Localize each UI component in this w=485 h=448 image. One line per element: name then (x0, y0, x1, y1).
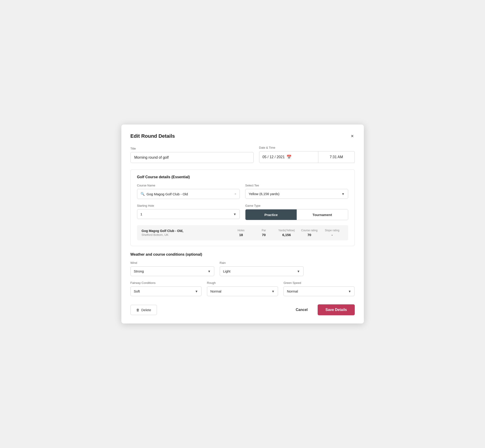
holes-label: Holes (237, 229, 244, 232)
fairway-group: Fairway Conditions Soft ▼ (130, 281, 202, 296)
starting-hole-group: Starting Hole 1 ▼ (137, 204, 240, 220)
clear-icon[interactable]: × (234, 192, 236, 196)
chevron-down-icon: ▼ (195, 289, 198, 293)
course-info-location: Shelford Bottom, UK (142, 233, 230, 237)
delete-label: Delete (141, 308, 151, 312)
holes-value: 18 (239, 233, 243, 237)
wind-value: Strong (134, 269, 208, 273)
rain-group: Rain Light ▼ (220, 261, 304, 276)
select-tee-group: Select Tee Yellow (6,156 yards) ▼ (245, 184, 348, 199)
yards-value: 6,156 (282, 233, 291, 237)
wind-group: Wind Strong ▼ (130, 261, 214, 276)
course-tee-row: Course Name 🔍 Gog Magog Golf Club - Old … (137, 184, 348, 199)
weather-title: Weather and course conditions (optional) (130, 252, 355, 256)
practice-button[interactable]: Practice (245, 209, 297, 220)
rough-label: Rough (207, 281, 278, 285)
green-speed-group: Green Speed Normal ▼ (283, 281, 355, 296)
chevron-down-icon: ▼ (271, 289, 275, 293)
modal-footer: 🗑 Delete Cancel Save Details (130, 302, 355, 315)
title-label: Title (130, 147, 254, 150)
title-field-group: Title (130, 147, 254, 163)
slope-rating-stat: Slope rating - (321, 229, 344, 237)
weather-section: Weather and course conditions (optional)… (130, 252, 355, 296)
starting-hole-value: 1 (140, 212, 233, 216)
starting-hole-label: Starting Hole (137, 204, 240, 207)
course-name-value: Gog Magog Golf Club - Old (147, 192, 233, 196)
course-name-label: Course Name (137, 184, 240, 187)
rain-value: Light (223, 269, 297, 273)
select-tee-dropdown[interactable]: Yellow (6,156 yards) ▼ (245, 189, 348, 199)
tournament-button[interactable]: Tournament (297, 209, 348, 220)
golf-section-title: Golf Course details (Essential) (137, 175, 348, 179)
chevron-down-icon: ▼ (348, 289, 351, 293)
fairway-dropdown[interactable]: Soft ▼ (130, 286, 202, 296)
yards-label: Yards(Yellow) (278, 229, 295, 232)
course-rating-value: 70 (307, 233, 311, 237)
rough-group: Rough Normal ▼ (207, 281, 278, 296)
holes-stat: Holes 18 (230, 229, 252, 237)
starting-hole-dropdown[interactable]: 1 ▼ (137, 209, 240, 219)
green-speed-dropdown[interactable]: Normal ▼ (283, 286, 355, 296)
title-input[interactable] (130, 152, 254, 163)
calendar-icon: 📅 (286, 155, 291, 160)
slope-rating-value: - (331, 233, 333, 237)
wind-rain-row: Wind Strong ▼ Rain Light ▼ (130, 261, 304, 276)
datetime-fields: 05 / 12 / 2021 📅 7:31 AM (259, 151, 355, 163)
green-speed-value: Normal (287, 289, 348, 293)
par-value: 70 (262, 233, 266, 237)
rough-value: Normal (210, 289, 271, 293)
date-value: 05 / 12 / 2021 (263, 155, 285, 159)
time-value: 7:31 AM (330, 155, 343, 159)
chevron-down-icon: ▼ (208, 270, 211, 273)
course-name-group: Course Name 🔍 Gog Magog Golf Club - Old … (137, 184, 240, 199)
rain-dropdown[interactable]: Light ▼ (220, 266, 304, 276)
save-button[interactable]: Save Details (318, 304, 355, 315)
datetime-label: Date & Time (259, 146, 355, 149)
select-tee-value: Yellow (6,156 yards) (249, 192, 341, 196)
hole-gametype-row: Starting Hole 1 ▼ Game Type Practice Tou… (137, 204, 348, 220)
course-info-name-text: Gog Magog Golf Club - Old, (142, 229, 230, 233)
date-input[interactable]: 05 / 12 / 2021 📅 (259, 151, 318, 163)
course-info-name: Gog Magog Golf Club - Old, Shelford Bott… (142, 229, 230, 237)
game-type-group: Game Type Practice Tournament (245, 204, 348, 220)
edit-round-modal: Edit Round Details × Title Date & Time 0… (121, 125, 364, 323)
modal-title: Edit Round Details (130, 133, 175, 139)
par-label: Par (262, 229, 266, 232)
chevron-down-icon: ▼ (297, 270, 300, 273)
delete-button[interactable]: 🗑 Delete (130, 305, 157, 315)
game-type-toggle: Practice Tournament (245, 209, 348, 220)
time-input[interactable]: 7:31 AM (318, 151, 355, 163)
game-type-label: Game Type (245, 204, 348, 207)
chevron-down-icon: ▼ (341, 192, 345, 196)
trash-icon: 🗑 (136, 308, 140, 312)
course-info-row: Gog Magog Golf Club - Old, Shelford Bott… (137, 225, 348, 240)
rain-label: Rain (220, 261, 304, 264)
fairway-rough-green-row: Fairway Conditions Soft ▼ Rough Normal ▼… (130, 281, 355, 296)
fairway-value: Soft (134, 289, 195, 293)
fairway-label: Fairway Conditions (130, 281, 202, 285)
course-rating-label: Course rating (301, 229, 317, 232)
close-button[interactable]: × (350, 133, 355, 140)
course-name-input[interactable]: 🔍 Gog Magog Golf Club - Old × (137, 189, 240, 199)
slope-rating-label: Slope rating (325, 229, 339, 232)
select-tee-label: Select Tee (245, 184, 348, 187)
footer-right: Cancel Save Details (291, 304, 355, 315)
course-rating-stat: Course rating 70 (298, 229, 321, 237)
golf-course-section: Golf Course details (Essential) Course N… (130, 169, 355, 246)
yards-stat: Yards(Yellow) 6,156 (275, 229, 298, 237)
search-icon: 🔍 (140, 192, 145, 196)
green-speed-label: Green Speed (283, 281, 355, 285)
rough-dropdown[interactable]: Normal ▼ (207, 286, 278, 296)
wind-label: Wind (130, 261, 214, 264)
datetime-field-group: Date & Time 05 / 12 / 2021 📅 7:31 AM (259, 146, 355, 163)
cancel-button[interactable]: Cancel (291, 305, 312, 315)
wind-dropdown[interactable]: Strong ▼ (130, 266, 214, 276)
modal-header: Edit Round Details × (130, 133, 355, 140)
par-stat: Par 70 (252, 229, 275, 237)
chevron-down-icon: ▼ (233, 212, 236, 216)
top-row: Title Date & Time 05 / 12 / 2021 📅 7:31 … (130, 146, 355, 163)
